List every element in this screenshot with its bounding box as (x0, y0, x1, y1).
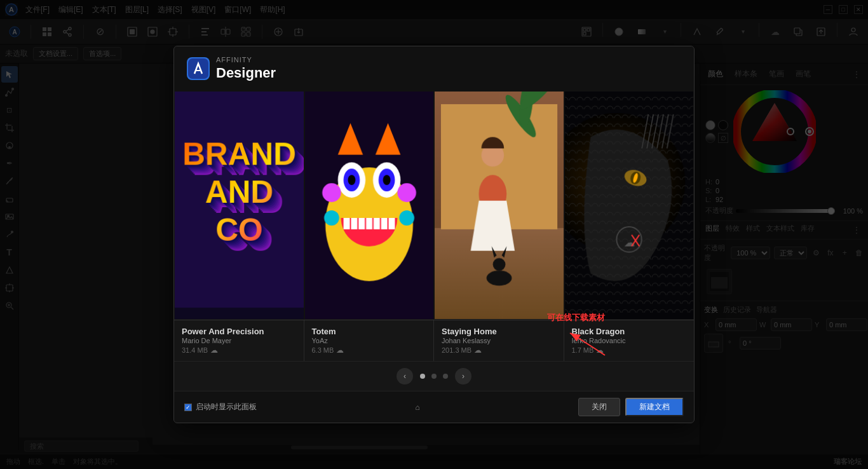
welcome-checkbox-area: ✓ 启动时显示此面板 (184, 402, 257, 412)
caption-title-3: Staying Home (442, 327, 556, 336)
gallery-item-1[interactable] (174, 91, 304, 320)
show-on-startup-label: 启动时显示此面板 (196, 402, 257, 412)
welcome-nav: ‹ › 可在线下载素材 (174, 361, 694, 391)
caption-2: Totem YoAz 6.3 MB ☁ (304, 320, 435, 361)
welcome-title-area: AFFINITY Designer (216, 55, 276, 83)
gallery-item-2[interactable] (304, 91, 435, 320)
annotation-arrow-svg (560, 323, 611, 358)
welcome-gallery (174, 91, 694, 320)
download-annotation: 可在线下载素材 (560, 323, 611, 360)
nav-dot-2[interactable] (431, 374, 437, 379)
caption-size-3: 201.3 MB ☁ (442, 346, 556, 355)
welcome-subtitle: AFFINITY (216, 55, 276, 64)
caption-title-1: Power And Precision (182, 327, 296, 336)
welcome-logo (187, 57, 210, 80)
nav-dot-1[interactable] (420, 374, 425, 379)
close-welcome-button[interactable]: 关闭 (578, 398, 620, 416)
welcome-action-buttons: 关闭 新建文档 (578, 398, 684, 416)
annotation-text: 可在线下载素材 (547, 312, 605, 323)
caption-title-2: Totem (312, 327, 426, 336)
new-document-button[interactable]: 新建文档 (625, 398, 684, 416)
gallery-item-3[interactable] (434, 91, 564, 320)
welcome-nav-buttons: ⌂ (410, 400, 425, 415)
welcome-header: AFFINITY Designer (174, 46, 694, 92)
cloud-icon-2: ☁ (336, 346, 344, 355)
caption-author-1: Mario De Mayer (182, 337, 296, 344)
caption-size-1: 31.4 MB ☁ (182, 346, 296, 355)
gallery-prev-button[interactable]: ‹ (397, 368, 413, 384)
caption-3: Staying Home Johan Keslassy 201.3 MB ☁ (434, 320, 564, 361)
cloud-icon-1: ☁ (210, 346, 218, 355)
welcome-dialog: AFFINITY Designer (173, 46, 695, 424)
welcome-overlay: AFFINITY Designer (0, 0, 868, 469)
caption-author-2: YoAz (312, 337, 426, 344)
gallery-item-4[interactable] (564, 91, 695, 320)
welcome-app-title: Designer (216, 64, 276, 83)
caption-size-2: 6.3 MB ☁ (312, 346, 426, 355)
welcome-captions: Power And Precision Mario De Mayer 31.4 … (174, 320, 694, 361)
nav-dot-3[interactable] (443, 374, 448, 379)
caption-1: Power And Precision Mario De Mayer 31.4 … (174, 320, 304, 361)
gallery-next-button[interactable]: › (455, 368, 471, 384)
cloud-icon-3: ☁ (474, 346, 482, 355)
caption-author-3: Johan Keslassy (442, 337, 556, 344)
welcome-home-button[interactable]: ⌂ (410, 400, 425, 415)
welcome-bottom-bar: ✓ 启动时显示此面板 ⌂ 关闭 新建文档 (174, 391, 694, 423)
show-on-startup-checkbox[interactable]: ✓ (184, 404, 192, 411)
